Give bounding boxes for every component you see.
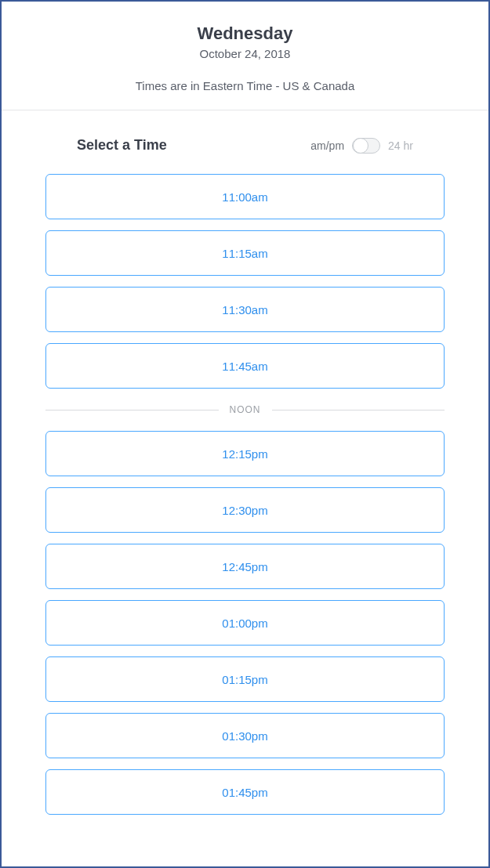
timezone-note: Times are in Eastern Time - US & Canada [17,79,473,92]
scheduler-frame: Wednesday October 24, 2018 Times are in … [0,0,490,868]
noon-line-left [45,410,219,410]
time-slot[interactable]: 01:00pm [45,600,445,646]
format-24hr-label: 24 hr [388,139,413,152]
time-slot[interactable]: 11:45am [45,343,445,389]
noon-label: NOON [230,404,261,415]
time-slot[interactable]: 11:15am [45,230,445,276]
time-slots: 11:00am 11:15am 11:30am 11:45am NOON 12:… [45,174,445,815]
time-slot[interactable]: 12:30pm [45,487,445,533]
time-slot[interactable]: 12:15pm [45,431,445,476]
time-slot[interactable]: 12:45pm [45,544,445,589]
time-slot[interactable]: 01:45pm [45,769,445,815]
noon-line-right [272,410,445,410]
time-slot[interactable]: 11:30am [45,287,445,332]
noon-divider: NOON [45,404,445,415]
time-slot[interactable]: 01:15pm [45,656,445,702]
date: October 24, 2018 [17,47,473,60]
format-toggle-switch[interactable] [352,138,380,154]
content: Select a Time am/pm 24 hr 11:00am 11:15a… [2,110,488,815]
select-title: Select a Time [77,137,167,154]
toggle-knob [353,138,368,154]
format-ampm-label: am/pm [310,139,344,152]
select-row: Select a Time am/pm 24 hr [45,137,445,154]
time-format-toggle: am/pm 24 hr [310,138,413,154]
header: Wednesday October 24, 2018 Times are in … [2,2,488,110]
day-name: Wednesday [17,24,473,44]
time-slot[interactable]: 01:30pm [45,713,445,758]
time-slot[interactable]: 11:00am [45,174,445,219]
